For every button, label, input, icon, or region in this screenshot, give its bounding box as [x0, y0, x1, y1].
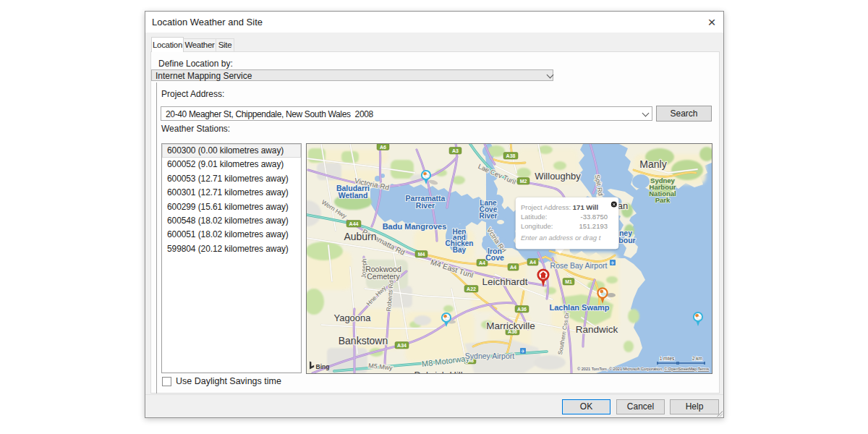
svg-text:M1: M1 — [565, 279, 572, 284]
svg-text:151.2193: 151.2193 — [579, 222, 608, 230]
svg-text:River: River — [479, 212, 497, 220]
svg-text:Bankstown: Bankstown — [339, 335, 388, 346]
svg-text:A44: A44 — [349, 221, 359, 226]
svg-text:Badu Mangroves: Badu Mangroves — [383, 222, 447, 231]
svg-text:M4: M4 — [418, 252, 425, 257]
svg-text:Bay: Bay — [453, 246, 467, 254]
svg-text:© 2021 TomTom, © 2021 Microsof: © 2021 TomTom, © 2021 Microsoft Corporat… — [577, 367, 709, 371]
svg-text:A4: A4 — [510, 265, 516, 270]
svg-text:A4: A4 — [529, 260, 536, 265]
svg-text:Sydney Airport: Sydney Airport — [465, 352, 514, 360]
svg-text:Auburn: Auburn — [344, 231, 376, 242]
svg-text:Manly: Manly — [639, 158, 666, 170]
svg-text:Dulwich Hill: Dulwich Hill — [414, 370, 462, 374]
svg-text:Project Address: 171 Will: Project Address: 171 Will — [521, 203, 598, 211]
svg-text:1 miles: 1 miles — [660, 356, 675, 361]
svg-text:✈: ✈ — [521, 349, 525, 354]
svg-text:A4: A4 — [479, 260, 485, 265]
svg-text:M2: M2 — [520, 179, 527, 184]
svg-text:A6: A6 — [380, 145, 386, 150]
svg-text:Cove: Cove — [485, 253, 504, 262]
svg-text:Park: Park — [655, 196, 671, 204]
svg-text:Enter an address or drag t: Enter an address or drag t — [521, 234, 601, 242]
svg-text:Yagoona: Yagoona — [333, 312, 371, 323]
svg-text:A34: A34 — [397, 343, 407, 348]
svg-text:Wetland: Wetland — [339, 191, 368, 200]
svg-text:A22: A22 — [467, 286, 476, 292]
svg-text:Randwick: Randwick — [576, 324, 618, 335]
svg-text:Bing: Bing — [316, 363, 330, 370]
svg-text:bour: bour — [618, 236, 635, 244]
svg-text:Leichhardt: Leichhardt — [482, 276, 527, 287]
svg-text:Willoughby: Willoughby — [535, 171, 581, 182]
svg-text:A3: A3 — [452, 148, 459, 153]
svg-text:-33.8750: -33.8750 — [580, 213, 608, 221]
svg-text:A36: A36 — [517, 307, 527, 312]
svg-text:River: River — [416, 201, 435, 210]
svg-text:2 km: 2 km — [692, 356, 702, 361]
svg-text:Lachlan Swamp: Lachlan Swamp — [549, 303, 609, 312]
svg-text:Marrickville: Marrickville — [486, 320, 535, 331]
svg-text:Longitude:: Longitude: — [521, 222, 553, 230]
svg-text:Cemetery: Cemetery — [367, 272, 400, 281]
svg-text:Latitude:: Latitude: — [521, 213, 547, 221]
svg-text:A38: A38 — [506, 153, 516, 158]
svg-text:✈: ✈ — [610, 260, 615, 265]
svg-text:an: an — [618, 200, 628, 211]
svg-text:Rose Bay Airport: Rose Bay Airport — [550, 261, 608, 270]
